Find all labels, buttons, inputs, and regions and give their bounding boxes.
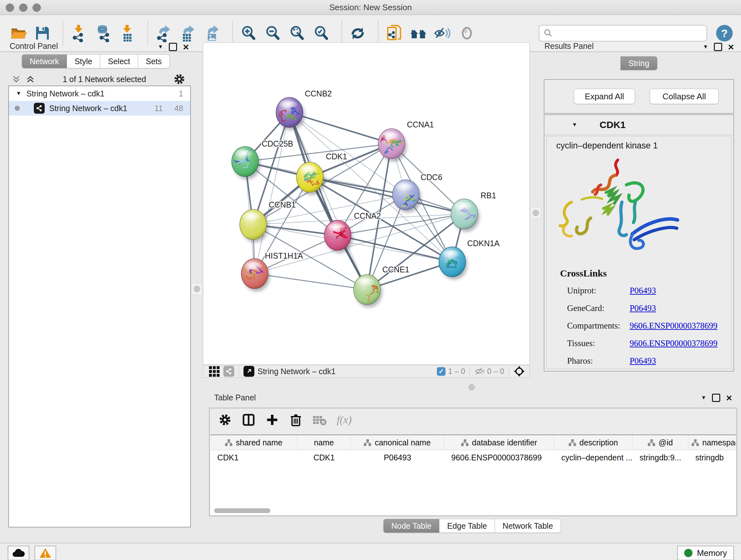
import-network-database-icon[interactable] [93, 23, 113, 43]
hide-selected-icon[interactable] [433, 23, 453, 43]
search-input[interactable] [553, 28, 703, 38]
memory-button[interactable]: Memory [677, 546, 734, 560]
network-node-ccna2[interactable] [324, 220, 353, 253]
close-panel-icon[interactable]: × [726, 395, 732, 401]
table-cell[interactable]: stringdb:9... [632, 450, 688, 465]
crosslink-link[interactable]: 9606.ENSP00000378699 [630, 321, 718, 331]
network-overview-icon[interactable] [223, 366, 234, 377]
network-edge[interactable] [255, 273, 367, 290]
network-node-cdc25b[interactable] [230, 146, 260, 179]
fit-selected-crosshair-icon[interactable] [514, 366, 525, 377]
network-node-cdk1[interactable] [296, 162, 325, 195]
network-edge[interactable] [310, 177, 464, 214]
right-splitter-handle[interactable] [530, 207, 541, 219]
zoom-out-icon[interactable] [263, 23, 283, 43]
column-header-database-identifier[interactable]: database identifier [444, 435, 554, 450]
fit-content-icon[interactable] [287, 23, 307, 43]
table-cell[interactable]: P06493 [351, 450, 444, 465]
node-table[interactable]: shared namenamecanonical namedatabase id… [210, 435, 736, 515]
table-cell[interactable]: stringdb [688, 450, 736, 465]
close-panel-icon[interactable]: × [183, 44, 189, 50]
column-header-namespac[interactable]: namespac [688, 435, 736, 450]
collapse-all-icon[interactable] [11, 74, 22, 84]
string-home-icon[interactable] [408, 23, 428, 43]
panel-menu-icon[interactable]: ▼ [703, 44, 708, 50]
crosslink-link[interactable]: P06493 [630, 356, 656, 366]
warnings-button[interactable] [35, 546, 56, 560]
add-column-icon[interactable] [265, 413, 279, 427]
float-panel-icon[interactable] [714, 43, 722, 51]
network-node-cdkn1a[interactable] [439, 247, 468, 280]
column-header-description[interactable]: description [554, 435, 632, 450]
network-row[interactable]: String Network – cdk1 11 48 [9, 101, 190, 116]
expand-all-icon[interactable] [25, 74, 36, 84]
network-node-ccne1[interactable] [354, 274, 382, 308]
tab-node-table[interactable]: Node Table [383, 519, 440, 533]
zoom-in-icon[interactable] [239, 23, 259, 43]
horizontal-scrollbar[interactable] [214, 508, 270, 513]
table-cell[interactable]: CDK1 [297, 450, 351, 465]
export-table-icon[interactable] [178, 23, 198, 43]
network-edge[interactable] [338, 235, 452, 262]
zoom-selected-icon[interactable] [312, 23, 331, 43]
network-edge[interactable] [289, 112, 367, 290]
help-button[interactable]: ? [716, 25, 733, 42]
open-session-icon[interactable] [8, 23, 28, 43]
tab-network-table[interactable]: Network Table [495, 519, 561, 533]
detach-view-icon[interactable] [244, 366, 254, 377]
tab-network[interactable]: Network [22, 54, 67, 68]
cloud-button[interactable] [8, 546, 29, 560]
birds-eye-view-icon[interactable] [209, 366, 219, 377]
float-panel-icon[interactable] [169, 43, 177, 51]
import-table-icon[interactable] [118, 23, 137, 43]
save-session-icon[interactable] [32, 23, 52, 43]
export-image-icon[interactable] [202, 23, 222, 43]
export-network-icon[interactable] [154, 23, 174, 43]
delete-column-icon[interactable] [289, 413, 303, 427]
show-all-icon[interactable] [457, 23, 477, 43]
collapse-collection-icon[interactable]: ▼ [16, 90, 21, 97]
column-header-canonical-name[interactable]: canonical name [351, 435, 444, 450]
column-header-name[interactable]: name [297, 435, 351, 450]
network-node-ccna1[interactable] [374, 129, 407, 162]
collapse-gene-icon[interactable]: ▼ [572, 122, 577, 128]
show-columns-icon[interactable] [242, 413, 256, 427]
network-collection-row[interactable]: ▼ String Network – cdk1 1 [9, 86, 190, 101]
delete-table-icon[interactable] [313, 414, 327, 426]
tab-sets[interactable]: Sets [138, 54, 170, 68]
network-view-canvas[interactable]: CCNB2CCNA1CDC25BCDK1CDC6RB1CCNB1CCNA2CDK… [203, 43, 530, 365]
table-row[interactable]: CDK1CDK1P064939606.ENSP00000378699cyclin… [210, 450, 736, 465]
bottom-splitter-handle[interactable] [466, 384, 477, 391]
refresh-icon[interactable] [348, 23, 367, 43]
crosslink-link[interactable]: P06493 [630, 286, 656, 296]
crosslink-link[interactable]: P06493 [630, 303, 656, 313]
gene-section-header[interactable]: ▼ CDK1 [544, 115, 733, 135]
share-document-icon[interactable] [384, 23, 404, 43]
tab-style[interactable]: Style [67, 54, 100, 68]
network-node-hist1h1a[interactable] [239, 259, 270, 292]
panel-menu-icon[interactable]: ▼ [158, 44, 163, 50]
import-network-file-icon[interactable] [69, 23, 89, 43]
table-cell[interactable]: CDK1 [210, 450, 297, 465]
table-options-gear-icon[interactable] [218, 413, 232, 427]
column-header-shared-name[interactable]: shared name [210, 435, 297, 450]
tab-string[interactable]: String [620, 56, 657, 70]
selected-count-checkbox-icon[interactable]: ✓ [437, 367, 446, 376]
expand-all-button[interactable]: Expand All [574, 89, 635, 104]
table-cell[interactable]: cyclin–dependent ... [554, 450, 632, 465]
collapse-all-button[interactable]: Collapse All [650, 89, 719, 104]
column-header-@id[interactable]: @id [632, 435, 688, 450]
search-field[interactable] [539, 25, 707, 42]
tab-select[interactable]: Select [100, 54, 138, 68]
tab-edge-table[interactable]: Edge Table [440, 519, 495, 533]
network-node-rb1[interactable] [451, 199, 483, 232]
float-panel-icon[interactable] [712, 394, 720, 402]
network-edge[interactable] [289, 112, 392, 144]
table-cell[interactable]: 9606.ENSP00000378699 [444, 450, 554, 465]
network-edge[interactable] [245, 162, 406, 195]
network-node-ccnb2[interactable] [276, 98, 305, 130]
network-node-cdc6[interactable] [393, 180, 423, 212]
panel-menu-icon[interactable]: ▼ [701, 395, 706, 401]
close-panel-icon[interactable]: × [728, 44, 734, 50]
function-builder-icon[interactable]: f(x) [337, 414, 352, 426]
